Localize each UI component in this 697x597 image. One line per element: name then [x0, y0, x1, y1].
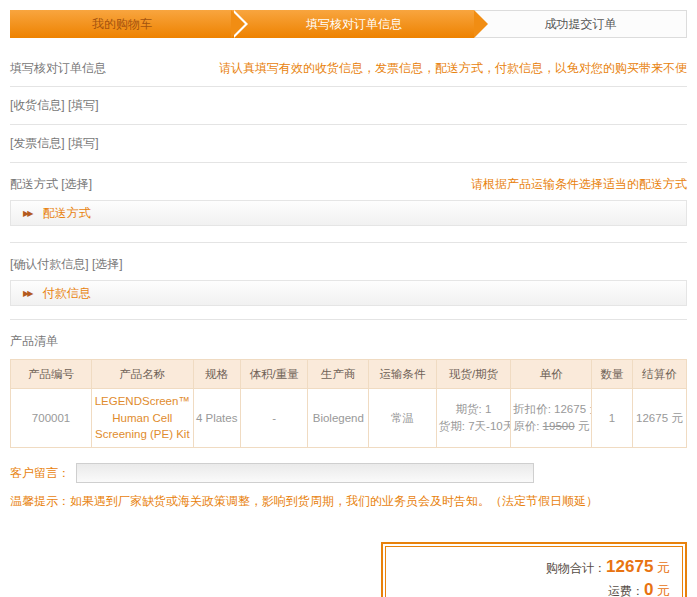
summary-value: 0	[644, 580, 653, 597]
summary-row-shipping: 运费：0 元	[398, 580, 670, 597]
delivery-method-bar[interactable]: ▶▶ 配送方式	[10, 200, 687, 226]
table-header-row: 产品编号 产品名称 规格 体积/重量 生产商 运输条件 现货/期货 单价 数量 …	[11, 360, 687, 389]
product-name-link[interactable]: LEGENDScreen™ Human Cell Screening (PE) …	[95, 395, 190, 440]
column-header-product-code: 产品编号	[11, 360, 92, 389]
availability-leadtime: 货期: 7天-10天	[439, 418, 508, 435]
delivery-bar-label: 配送方式	[43, 206, 91, 220]
column-header-product-name: 产品名称	[92, 360, 193, 389]
column-header-volume-weight: 体积/重量	[240, 360, 308, 389]
payment-section-row: [确认付款信息] [选择]	[10, 243, 687, 280]
column-header-manufacturer: 生产商	[308, 360, 369, 389]
column-header-transport: 运输条件	[369, 360, 437, 389]
product-row: 700001 LEGENDScreen™ Human Cell Screenin…	[11, 389, 687, 448]
product-table: 产品编号 产品名称 规格 体积/重量 生产商 运输条件 现货/期货 单价 数量 …	[10, 359, 687, 448]
double-arrow-icon: ▶▶	[23, 289, 31, 298]
summary-row-total: 购物合计：12675 元	[398, 557, 670, 577]
delivery-hint: 请根据产品运输条件选择适当的配送方式	[471, 176, 687, 193]
delivery-section-label: 配送方式 [选择]	[10, 176, 92, 193]
product-code-cell[interactable]: 700001	[11, 389, 92, 448]
column-header-quantity: 数量	[592, 360, 633, 389]
delivery-section-row: 配送方式 [选择] 请根据产品运输条件选择适当的配送方式	[10, 163, 687, 200]
summary-value: 12675	[606, 557, 653, 576]
discount-price: 折扣价: 12675 元	[513, 401, 589, 418]
column-header-spec: 规格	[193, 360, 240, 389]
order-info-section-header: 填写核对订单信息 请认真填写有效的收货信息，发票信息，配送方式，付款信息，以免对…	[10, 38, 687, 87]
unit-price-cell: 折扣价: 12675 元 原价: 19500 元	[511, 389, 592, 448]
customer-message-label: 客户留言：	[10, 465, 70, 482]
shipping-info-row[interactable]: [收货信息] [填写]	[10, 87, 687, 125]
spec-cell: 4 Plates	[193, 389, 240, 448]
product-name-cell: LEGENDScreen™ Human Cell Screening (PE) …	[92, 389, 193, 448]
progress-step-order-submitted: 成功提交订单	[474, 10, 687, 38]
availability-cell: 期货: 1 货期: 7天-10天	[436, 389, 510, 448]
payment-info-bar[interactable]: ▶▶ 付款信息	[10, 280, 687, 306]
summary-label: 购物合计：	[546, 561, 606, 575]
invoice-info-row[interactable]: [发票信息] [填写]	[10, 125, 687, 163]
order-summary-box: 购物合计：12675 元 运费：0 元 您需支付：12675 元 最终实付金额以…	[381, 542, 687, 597]
progress-steps: 我的购物车 填写核对订单信息 成功提交订单	[10, 10, 687, 38]
column-header-subtotal: 结算价	[632, 360, 686, 389]
progress-step-fill-order-info: 填写核对订单信息	[234, 10, 474, 38]
column-header-unit-price: 单价	[511, 360, 592, 389]
availability-type: 期货: 1	[439, 401, 508, 418]
notice-text: 温馨提示：如果遇到厂家缺货或海关政策调整，影响到货周期，我们的业务员会及时告知。…	[10, 493, 687, 510]
payment-bar-label: 付款信息	[43, 286, 91, 300]
summary-wrap: 购物合计：12675 元 运费：0 元 您需支付：12675 元 最终实付金额以…	[10, 542, 687, 597]
volume-weight-cell: -	[240, 389, 308, 448]
section-hint: 请认真填写有效的收货信息，发票信息，配送方式，付款信息，以免对您的购买带来不便	[219, 60, 687, 77]
transport-cell: 常温	[369, 389, 437, 448]
manufacturer-cell: Biolegend	[308, 389, 369, 448]
quantity-cell: 1	[592, 389, 633, 448]
progress-step-my-cart[interactable]: 我的购物车	[10, 10, 234, 38]
customer-message-input[interactable]	[76, 463, 534, 483]
payment-section-label: [确认付款信息] [选择]	[10, 256, 123, 273]
section-title: 填写核对订单信息	[10, 60, 106, 77]
original-price-value: 19500	[543, 420, 575, 432]
customer-message-row: 客户留言：	[10, 463, 687, 483]
checkout-page: 我的购物车 填写核对订单信息 成功提交订单 填写核对订单信息 请认真填写有效的收…	[0, 0, 697, 597]
original-price: 原价: 19500 元	[513, 418, 589, 435]
summary-label: 运费：	[608, 584, 644, 597]
product-list-title: 产品清单	[10, 320, 687, 359]
subtotal-cell: 12675 元	[632, 389, 686, 448]
double-arrow-icon: ▶▶	[23, 209, 31, 218]
column-header-availability: 现货/期货	[436, 360, 510, 389]
